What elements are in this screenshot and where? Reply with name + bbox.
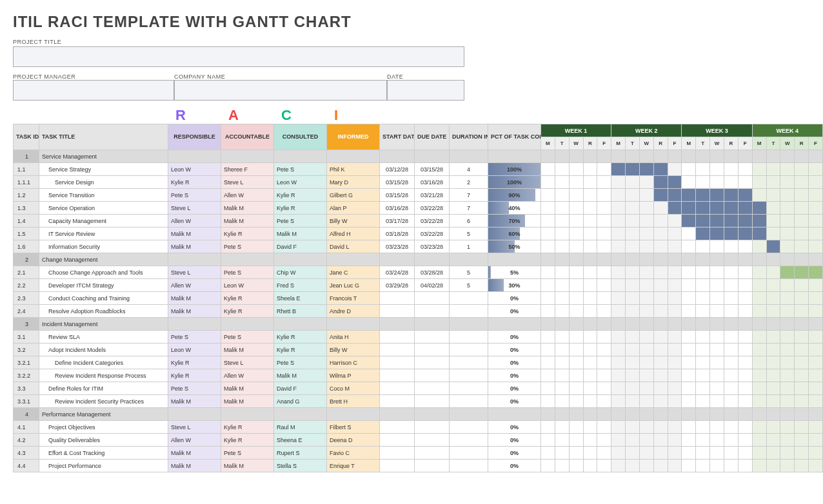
cell-task-id[interactable]: 2 — [14, 253, 39, 266]
cell-duration[interactable] — [450, 331, 488, 344]
cell-start-date[interactable] — [380, 331, 415, 344]
cell-start-date[interactable]: 03/29/28 — [380, 279, 415, 292]
cell-i[interactable] — [327, 150, 380, 163]
cell-start-date[interactable]: 03/18/28 — [380, 228, 415, 240]
cell-pct[interactable] — [488, 150, 541, 163]
cell-i[interactable]: Phil K — [327, 163, 380, 176]
cell-duration[interactable] — [450, 318, 488, 331]
cell-c[interactable]: Kylie R — [274, 331, 327, 344]
cell-c[interactable]: Anand G — [274, 395, 327, 408]
cell-pct[interactable]: 0% — [488, 369, 541, 382]
cell-a[interactable]: Kylie R — [221, 421, 274, 434]
cell-c[interactable]: Rhett B — [274, 305, 327, 318]
cell-pct[interactable]: 0% — [488, 344, 541, 356]
cell-i[interactable]: Alfred H — [327, 228, 380, 240]
cell-task-title[interactable]: Service Operation — [39, 202, 168, 215]
cell-due-date[interactable] — [415, 369, 450, 382]
cell-task-title[interactable]: Define Roles for ITIM — [39, 382, 168, 395]
cell-a[interactable] — [221, 150, 274, 163]
cell-a[interactable]: Malik M — [221, 202, 274, 215]
cell-c[interactable]: Chip W — [274, 266, 327, 279]
cell-c[interactable] — [274, 253, 327, 266]
cell-task-title[interactable]: Service Strategy — [39, 163, 168, 176]
cell-start-date[interactable] — [380, 434, 415, 447]
cell-duration[interactable] — [450, 382, 488, 395]
cell-task-title[interactable]: Incident Management — [39, 318, 168, 331]
cell-c[interactable]: Sheela E — [274, 292, 327, 305]
cell-i[interactable]: Billy W — [327, 344, 380, 356]
cell-task-title[interactable]: Adopt Incident Models — [39, 344, 168, 356]
cell-c[interactable]: Kylie R — [274, 344, 327, 356]
cell-i[interactable]: Francois T — [327, 292, 380, 305]
cell-a[interactable]: Malik M — [221, 215, 274, 228]
cell-due-date[interactable] — [415, 150, 450, 163]
cell-start-date[interactable] — [380, 318, 415, 331]
cell-pct[interactable]: 0% — [488, 356, 541, 369]
cell-a[interactable]: Kylie R — [221, 434, 274, 447]
cell-duration[interactable] — [450, 395, 488, 408]
cell-start-date[interactable]: 03/17/28 — [380, 215, 415, 228]
cell-i[interactable]: Anita H — [327, 331, 380, 344]
cell-r[interactable]: Malik M — [168, 395, 221, 408]
cell-due-date[interactable] — [415, 395, 450, 408]
cell-due-date[interactable] — [415, 344, 450, 356]
cell-due-date[interactable] — [415, 460, 450, 472]
cell-pct[interactable]: 0% — [488, 305, 541, 318]
cell-task-title[interactable]: Change Management — [39, 253, 168, 266]
cell-task-id[interactable]: 1.4 — [14, 215, 39, 228]
cell-r[interactable] — [168, 150, 221, 163]
cell-c[interactable]: David F — [274, 240, 327, 253]
cell-c[interactable]: Rupert S — [274, 447, 327, 460]
cell-pct[interactable] — [488, 408, 541, 421]
cell-pct[interactable]: 0% — [488, 382, 541, 395]
cell-pct[interactable]: 0% — [488, 447, 541, 460]
cell-pct[interactable]: 60% — [488, 228, 541, 240]
cell-duration[interactable] — [450, 408, 488, 421]
cell-r[interactable]: Malik M — [168, 305, 221, 318]
cell-r[interactable] — [168, 253, 221, 266]
cell-start-date[interactable]: 03/23/28 — [380, 240, 415, 253]
cell-start-date[interactable] — [380, 369, 415, 382]
cell-pct[interactable] — [488, 253, 541, 266]
cell-task-title[interactable]: Conduct Coaching and Training — [39, 292, 168, 305]
cell-a[interactable]: Malik M — [221, 395, 274, 408]
cell-i[interactable]: Favio C — [327, 447, 380, 460]
cell-pct[interactable]: 0% — [488, 460, 541, 472]
cell-c[interactable]: David F — [274, 382, 327, 395]
cell-task-id[interactable]: 2.3 — [14, 292, 39, 305]
cell-start-date[interactable]: 03/16/28 — [380, 202, 415, 215]
cell-due-date[interactable] — [415, 318, 450, 331]
cell-task-id[interactable]: 3.3 — [14, 382, 39, 395]
cell-c[interactable]: Kylie R — [274, 202, 327, 215]
cell-r[interactable]: Malik M — [168, 292, 221, 305]
cell-duration[interactable]: 1 — [450, 240, 488, 253]
cell-task-id[interactable]: 2.1 — [14, 266, 39, 279]
cell-due-date[interactable]: 04/02/28 — [415, 279, 450, 292]
cell-pct[interactable]: 0% — [488, 434, 541, 447]
cell-c[interactable] — [274, 408, 327, 421]
cell-i[interactable]: Mary D — [327, 176, 380, 189]
cell-i[interactable]: Wilma P — [327, 369, 380, 382]
cell-due-date[interactable] — [415, 331, 450, 344]
cell-start-date[interactable]: 03/15/28 — [380, 176, 415, 189]
cell-start-date[interactable] — [380, 460, 415, 472]
cell-due-date[interactable] — [415, 253, 450, 266]
cell-i[interactable]: Filbert S — [327, 421, 380, 434]
cell-a[interactable] — [221, 253, 274, 266]
cell-r[interactable]: Allen W — [168, 279, 221, 292]
cell-due-date[interactable]: 03/15/28 — [415, 163, 450, 176]
cell-pct[interactable]: 50% — [488, 240, 541, 253]
cell-duration[interactable] — [450, 460, 488, 472]
cell-c[interactable]: Pete S — [274, 215, 327, 228]
cell-start-date[interactable] — [380, 344, 415, 356]
cell-r[interactable]: Leon W — [168, 163, 221, 176]
cell-c[interactable]: Pete S — [274, 356, 327, 369]
cell-task-id[interactable]: 1.2 — [14, 189, 39, 202]
cell-task-id[interactable]: 4.2 — [14, 434, 39, 447]
cell-due-date[interactable]: 03/16/28 — [415, 176, 450, 189]
cell-duration[interactable] — [450, 356, 488, 369]
cell-task-title[interactable]: Choose Change Approach and Tools — [39, 266, 168, 279]
cell-duration[interactable] — [450, 369, 488, 382]
cell-start-date[interactable] — [380, 292, 415, 305]
cell-pct[interactable]: 40% — [488, 202, 541, 215]
